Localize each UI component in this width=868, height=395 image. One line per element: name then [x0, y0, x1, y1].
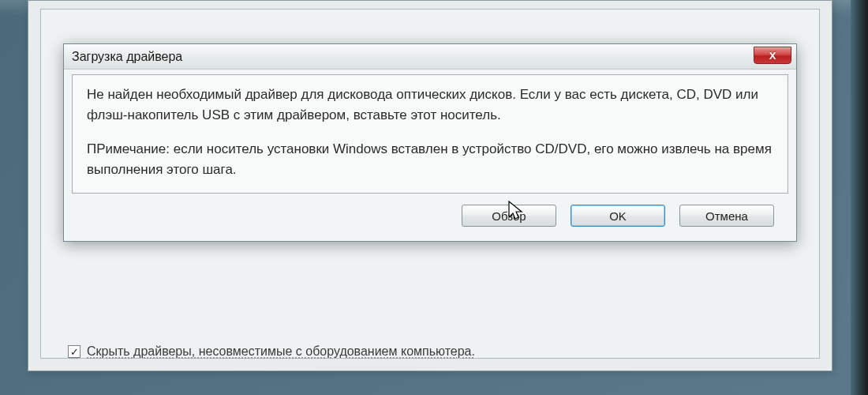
dialog-title: Загрузка драйвера — [72, 50, 182, 64]
browse-button[interactable]: Обзор — [462, 205, 556, 227]
message-panel: Не найден необходимый драйвер для дисков… — [72, 74, 788, 194]
hide-incompatible-row[interactable]: ✓ Скрыть драйверы, несовместимые с обору… — [68, 344, 475, 359]
close-icon: X — [769, 50, 776, 62]
hide-incompatible-checkbox[interactable]: ✓ — [68, 345, 80, 358]
monitor-bezel — [851, 0, 868, 395]
message-paragraph-2: ПРимечание: если носитель установки Wind… — [87, 139, 773, 181]
dialog-body: Не найден необходимый драйвер для дисков… — [64, 70, 796, 241]
hide-incompatible-label: Скрыть драйверы, несовместимые с оборудо… — [87, 344, 475, 359]
dialog-titlebar[interactable]: Загрузка драйвера X — [64, 44, 796, 70]
ok-button[interactable]: OK — [571, 205, 665, 227]
driver-load-dialog: Загрузка драйвера X Не найден необходимы… — [63, 43, 797, 242]
close-button[interactable]: X — [754, 47, 791, 64]
message-paragraph-1: Не найден необходимый драйвер для дисков… — [87, 85, 773, 126]
cancel-button[interactable]: Отмена — [679, 205, 774, 227]
button-row: Обзор OK Отмена — [72, 194, 788, 230]
